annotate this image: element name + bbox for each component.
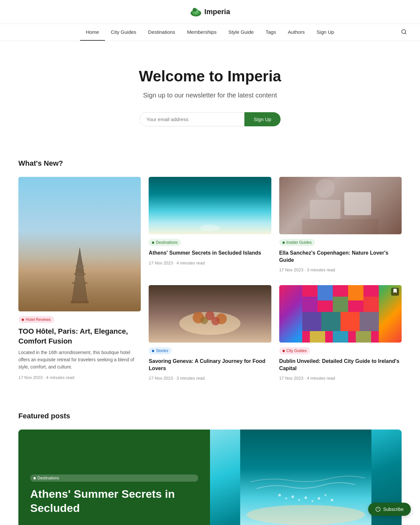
card-eiffel-meta: 17 Nov 2023 · 4 minutes read xyxy=(18,375,74,380)
nav-sign-up[interactable]: Sign Up xyxy=(311,24,340,41)
whats-new-title: What's New? xyxy=(18,159,402,168)
header: Imperia Home City Guides Destinations Me… xyxy=(0,0,420,41)
svg-point-41 xyxy=(291,495,294,498)
card-eiffel-image xyxy=(18,177,141,311)
restaurant-svg xyxy=(279,177,402,234)
card-dublin-meta: 17 Nov 2023 · 4 minutes read xyxy=(279,376,335,381)
bookmark-svg xyxy=(393,289,397,293)
card-athens[interactable]: Destinations Athens' Summer Secrets in S… xyxy=(149,177,271,277)
svg-line-5 xyxy=(405,33,406,34)
featured-card[interactable]: Destinations Athens' Summer Secrets in S… xyxy=(18,430,402,525)
card-geneva-meta: 17 Nov 2023 · 3 minutes read xyxy=(149,376,205,381)
nav-memberships[interactable]: Memberships xyxy=(181,24,222,41)
hero-section: Welcome to Imperia Sign up to our newsle… xyxy=(0,41,420,146)
svg-rect-26 xyxy=(317,285,333,301)
hero-title: Welcome to Imperia xyxy=(13,67,407,85)
nav-style-guide[interactable]: Style Guide xyxy=(222,24,260,41)
card-dublin-image xyxy=(279,285,402,343)
svg-point-47 xyxy=(331,499,333,501)
email-input[interactable] xyxy=(139,112,244,126)
svg-rect-25 xyxy=(302,297,318,312)
svg-rect-29 xyxy=(363,297,379,312)
food-svg xyxy=(149,285,271,343)
newsletter-form: Sign Up xyxy=(13,112,407,126)
card-dublin-badge: City Guides xyxy=(279,347,310,354)
card-geneva-image xyxy=(149,285,271,343)
svg-rect-31 xyxy=(321,312,340,331)
card-copenhagen-meta: 17 Nov 2023 · 3 minutes read xyxy=(279,267,335,272)
svg-point-38 xyxy=(247,505,365,525)
svg-point-3 xyxy=(193,8,197,12)
card-geneva[interactable]: Stories Savoring Geneva: A Culinary Jour… xyxy=(149,285,271,386)
featured-title: Featured posts xyxy=(18,412,402,420)
svg-point-46 xyxy=(325,494,326,496)
card-copenhagen-body: Insider Guides Ella Sanchez's Copenhagen… xyxy=(279,234,402,277)
logo[interactable]: Imperia xyxy=(190,6,230,18)
card-copenhagen-badge: Insider Guides xyxy=(279,239,315,246)
featured-section: Featured posts Destinations Athens' Summ… xyxy=(0,399,420,525)
card-geneva-badge: Stories xyxy=(149,347,171,354)
svg-point-40 xyxy=(285,497,287,499)
whats-new-grid: Hotel Reviews TOO Hôtel, Paris: Art, Ele… xyxy=(18,177,402,386)
svg-point-39 xyxy=(278,494,281,496)
svg-point-16 xyxy=(315,179,334,198)
card-athens-badge: Destinations xyxy=(149,239,181,246)
featured-card-title: Athens' Summer Secrets in Secluded xyxy=(30,487,198,515)
svg-rect-30 xyxy=(302,312,321,331)
card-dublin[interactable]: City Guides Dublin Unveiled: Detailed Ci… xyxy=(279,285,402,386)
card-dublin-body: City Guides Dublin Unveiled: Detailed Ci… xyxy=(279,343,402,386)
svg-rect-32 xyxy=(340,312,359,331)
colorful-svg xyxy=(279,285,402,343)
svg-rect-35 xyxy=(333,331,348,343)
search-icon[interactable] xyxy=(401,29,407,36)
nav-destinations[interactable]: Destinations xyxy=(142,24,181,41)
card-copenhagen[interactable]: Insider Guides Ella Sanchez's Copenhagen… xyxy=(279,177,402,277)
card-copenhagen-title: Ella Sanchez's Copenhagen: Nature Lover'… xyxy=(279,249,402,263)
nav-authors[interactable]: Authors xyxy=(282,24,311,41)
card-geneva-body: Stories Savoring Geneva: A Culinary Jour… xyxy=(149,343,271,386)
signup-button[interactable]: Sign Up xyxy=(244,112,280,126)
card-eiffel-title: TOO Hôtel, Paris: Art, Elegance, Comfort… xyxy=(18,326,141,346)
card-copenhagen-image xyxy=(279,177,402,234)
svg-rect-28 xyxy=(348,285,364,301)
svg-point-43 xyxy=(304,496,307,499)
card-athens-image xyxy=(149,177,271,234)
main-nav: Home City Guides Destinations Membership… xyxy=(0,24,420,41)
colorful-bg xyxy=(279,285,402,343)
svg-point-23 xyxy=(212,317,220,326)
logo-text: Imperia xyxy=(204,8,230,16)
nav-city-guides[interactable]: City Guides xyxy=(105,24,142,41)
svg-rect-15 xyxy=(344,192,371,215)
featured-badge: Destinations xyxy=(30,474,198,482)
card-geneva-title: Savoring Geneva: A Culinary Journey for … xyxy=(149,358,271,372)
svg-point-42 xyxy=(298,499,300,501)
eiffel-gradient xyxy=(18,258,141,311)
card-athens-body: Destinations Athens' Summer Secrets in S… xyxy=(149,234,271,270)
svg-point-44 xyxy=(311,500,313,502)
bookmark-icon xyxy=(391,288,399,296)
card-eiffel-excerpt: Located in the 16th arrondissement, this… xyxy=(18,349,141,370)
card-eiffel[interactable]: Hotel Reviews TOO Hôtel, Paris: Art, Ele… xyxy=(18,177,141,386)
subscribe-label: Subscribe xyxy=(383,507,404,512)
nav-home[interactable]: Home xyxy=(80,24,105,41)
svg-rect-27 xyxy=(333,297,348,312)
featured-left: Destinations Athens' Summer Secrets in S… xyxy=(18,430,210,525)
svg-point-22 xyxy=(200,317,208,324)
logo-icon xyxy=(190,6,202,18)
subscribe-button[interactable]: Subscribe xyxy=(368,503,411,516)
svg-rect-17 xyxy=(302,219,379,234)
card-eiffel-body: Hotel Reviews TOO Hôtel, Paris: Art, Ele… xyxy=(18,311,141,385)
subscribe-icon xyxy=(375,507,381,512)
hero-subtitle: Sign up to our newsletter for the latest… xyxy=(13,92,407,99)
svg-point-45 xyxy=(318,497,320,500)
svg-rect-34 xyxy=(310,331,325,343)
svg-rect-36 xyxy=(356,331,371,343)
card-athens-title: Athens' Summer Secrets in Secluded Islan… xyxy=(149,249,271,257)
svg-rect-33 xyxy=(360,312,379,331)
svg-rect-14 xyxy=(310,200,340,219)
whats-new-section: What's New? Hotel Reviews xyxy=(0,146,420,399)
card-eiffel-badge: Hotel Reviews xyxy=(18,316,54,323)
nav-tags[interactable]: Tags xyxy=(260,24,282,41)
card-dublin-title: Dublin Unveiled: Detailed City Guide to … xyxy=(279,358,402,372)
card-athens-meta: 17 Nov 2023 · 4 minutes read xyxy=(149,261,205,265)
